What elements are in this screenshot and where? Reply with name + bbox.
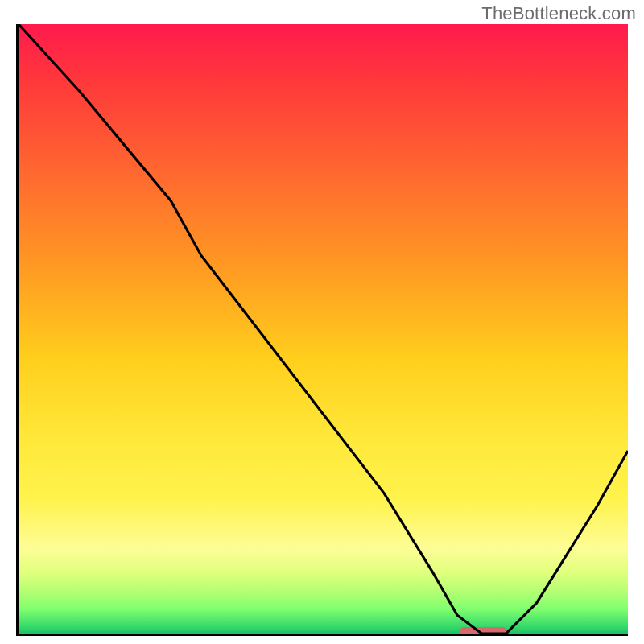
bottleneck-curve bbox=[19, 24, 628, 634]
watermark-text: TheBottleneck.com bbox=[481, 3, 636, 24]
plot-area bbox=[16, 24, 628, 636]
chart-container: TheBottleneck.com bbox=[0, 0, 644, 644]
curve-path bbox=[19, 24, 628, 634]
